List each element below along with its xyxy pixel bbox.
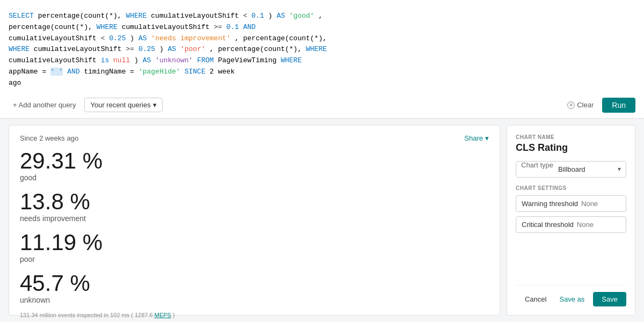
warning-threshold-input[interactable] [581, 200, 644, 208]
meps-link[interactable]: MEPS [155, 312, 171, 318]
cancel-button[interactable]: Cancel [521, 292, 551, 306]
save-button[interactable]: Save [593, 292, 626, 306]
kw-select: SELECT [9, 12, 34, 20]
recent-queries-button[interactable]: Your recent queries ▾ [84, 98, 162, 112]
chart-panel: Since 2 weeks ago Share ▾ 29.31 % good 1… [9, 125, 500, 316]
critical-threshold-field: Critical threshold [516, 216, 626, 233]
chart-settings-label: CHART SETTINGS [516, 185, 626, 191]
settings-footer: Cancel Save as Save [516, 285, 626, 306]
metric-label-0: good [20, 173, 489, 182]
chart-header: Since 2 weeks ago Share ▾ [20, 134, 489, 142]
metric-row-0: 29.31 % good [20, 149, 489, 187]
warning-threshold-field: Warning threshold [516, 195, 626, 212]
share-button[interactable]: Share ▾ [464, 134, 489, 142]
chart-name-label: CHART NAME [516, 134, 626, 140]
settings-panel: CHART NAME CLS Rating Chart type Billboa… [507, 125, 635, 316]
metric-value-0: 29.31 % [20, 149, 489, 173]
chart-footer: 131.34 million events inspected in 102 m… [20, 312, 489, 318]
run-button[interactable]: Run [602, 98, 635, 113]
metric-value-1: 13.8 % [20, 189, 489, 214]
metric-label-3: unknown [20, 296, 489, 304]
code-block: SELECT percentage(count(*), WHERE cumula… [9, 6, 635, 93]
chevron-down-icon: ▾ [485, 134, 489, 142]
warning-threshold-label: Warning threshold [522, 200, 578, 208]
metric-label-2: poor [20, 255, 489, 264]
code-text: percentage(count(*), [38, 12, 126, 20]
query-toolbar: + Add another query Your recent queries … [9, 93, 635, 118]
main-content: Since 2 weeks ago Share ▾ 29.31 % good 1… [0, 119, 644, 322]
critical-threshold-label: Critical threshold [522, 221, 574, 229]
add-query-button[interactable]: + Add another query [9, 99, 80, 111]
metric-row-2: 11.19 % poor [20, 230, 489, 269]
metric-row-1: 13.8 % needs improvement [20, 189, 489, 228]
chart-title: CLS Rating [516, 142, 626, 153]
clear-icon: ✕ [567, 101, 575, 109]
chart-type-select[interactable]: Billboard [516, 161, 626, 178]
clear-button[interactable]: ✕ Clear [563, 99, 598, 111]
chart-type-wrapper: Chart type Billboard ▾ [516, 161, 626, 178]
chevron-down-icon: ▾ [153, 101, 157, 109]
since-label: Since 2 weeks ago [20, 134, 78, 142]
query-editor: SELECT percentage(count(*), WHERE cumula… [0, 0, 644, 119]
critical-threshold-input[interactable] [577, 221, 644, 229]
metric-row-3: 45.7 % unknown [20, 271, 489, 310]
metric-value-2: 11.19 % [20, 230, 489, 255]
save-as-button[interactable]: Save as [555, 292, 589, 306]
toolbar-right: ✕ Clear Run [563, 98, 635, 113]
metric-value-3: 45.7 % [20, 271, 489, 296]
metric-label-1: needs improvement [20, 214, 489, 223]
